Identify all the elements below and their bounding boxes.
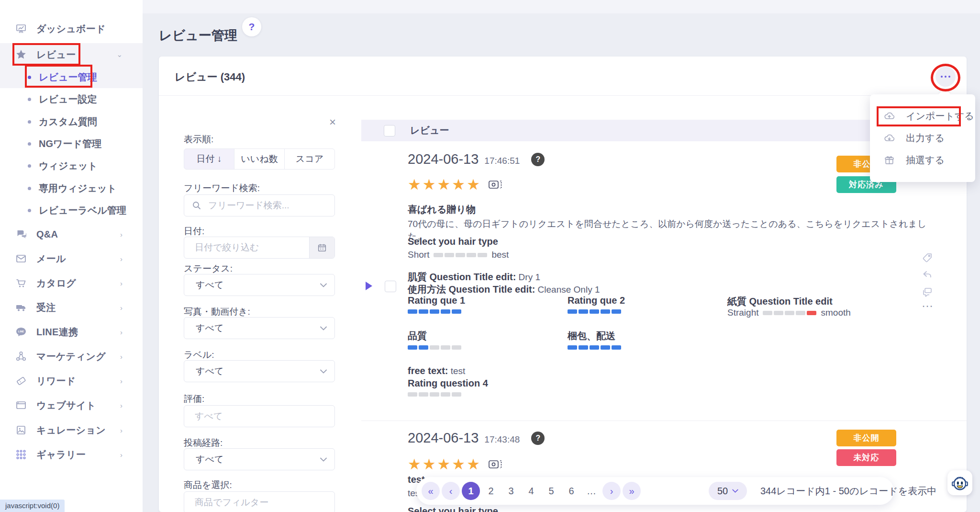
- pagination-page-4[interactable]: 4: [522, 482, 540, 500]
- sidebar-item-review[interactable]: レビュー ⌄: [0, 43, 143, 66]
- sidebar-item-gallery[interactable]: ギャラリー ›: [0, 443, 143, 466]
- filter-close-icon[interactable]: ×: [327, 117, 338, 127]
- sidebar-item-qa[interactable]: Q&A ›: [0, 223, 143, 246]
- review-divider: [361, 421, 967, 421]
- label-select[interactable]: すべて: [184, 360, 335, 382]
- pagination-page-5[interactable]: 5: [542, 482, 560, 500]
- sidebar-item-curation[interactable]: キュレーション ›: [0, 419, 143, 442]
- sidebar-item-line[interactable]: LINE LINE連携 ›: [0, 320, 143, 343]
- pagination-ellipsis: …: [582, 482, 601, 500]
- sidebar-subitem-label: レビュー管理: [39, 71, 97, 84]
- pagination-page-2[interactable]: 2: [482, 482, 500, 500]
- channel-label: 投稿経路:: [184, 437, 223, 449]
- rating-segments: [408, 392, 461, 397]
- menu-item-lottery[interactable]: 抽選する: [870, 149, 975, 171]
- reply-icon[interactable]: [922, 269, 933, 281]
- chat-support-button[interactable]: [947, 470, 972, 495]
- pagination-page-6[interactable]: 6: [562, 482, 580, 500]
- date-label: 日付:: [184, 225, 204, 238]
- rating-segments: [568, 345, 621, 350]
- chevron-right-icon: ›: [120, 377, 122, 385]
- pagination-page-1[interactable]: 1: [462, 482, 480, 500]
- sidebar-subitem-widget[interactable]: ウィジェット: [0, 155, 143, 177]
- sidebar-item-catalog[interactable]: カタログ ›: [0, 272, 143, 295]
- media-select[interactable]: すべて: [184, 317, 335, 339]
- share-network-icon: [14, 351, 27, 362]
- chevron-right-icon: ›: [120, 401, 122, 410]
- image-icon: [14, 424, 27, 436]
- scale-left-label: Short: [408, 250, 429, 260]
- tag-icon[interactable]: [922, 252, 933, 263]
- bullet-icon: [28, 76, 31, 79]
- sidebar-item-dashboard[interactable]: ダッシュボード: [0, 17, 143, 40]
- review-time: 17:43:48: [484, 434, 520, 445]
- sidebar-subitem-review-labels[interactable]: レビューラベル管理: [0, 199, 143, 221]
- pagination-page-3[interactable]: 3: [502, 482, 520, 500]
- robot-icon: [949, 472, 970, 493]
- pagination-prev-button[interactable]: ‹: [442, 482, 460, 500]
- sidebar-item-marketing[interactable]: マーケティング ›: [0, 345, 143, 368]
- sidebar-item-website[interactable]: ウェブサイト ›: [0, 394, 143, 417]
- question-skin: 肌質 Question Title edit: Dry 1: [408, 271, 540, 284]
- pagination-summary: 344レコード内1 - 50のレコードを表示中: [760, 485, 936, 498]
- hair-type-answer: Short best: [408, 250, 509, 260]
- date-filter-input[interactable]: [184, 242, 309, 253]
- rating-question-2-label: Rating que 2: [568, 295, 625, 306]
- page-help-button[interactable]: ?: [242, 17, 261, 36]
- sort-option-likes[interactable]: いいね数: [234, 148, 285, 170]
- sidebar-item-label: 受注: [36, 301, 56, 314]
- menu-item-import[interactable]: インポートする: [870, 105, 975, 127]
- question-usage: 使用方法 Question Title edit: Cleanse Only 1: [408, 283, 600, 296]
- sidebar-subitem-review-management[interactable]: レビュー管理: [0, 66, 143, 88]
- comments-icon[interactable]: [922, 286, 933, 298]
- cloud-download-icon: [883, 132, 895, 144]
- sort-option-score[interactable]: スコア: [284, 148, 335, 170]
- product-filter-input[interactable]: [184, 497, 334, 508]
- top-strip: [143, 0, 980, 13]
- sidebar-item-mail[interactable]: メール ›: [0, 247, 143, 270]
- sidebar-item-label: ウェブサイト: [36, 399, 96, 412]
- expand-review-triangle[interactable]: [366, 282, 372, 290]
- review-help-icon[interactable]: ?: [531, 153, 545, 166]
- review-date: 2024-06-13: [408, 430, 479, 446]
- review-help-icon[interactable]: ?: [531, 432, 545, 445]
- rating-filter-box: [184, 405, 335, 427]
- chevron-down-icon: [732, 489, 738, 493]
- chevron-down-icon: [320, 326, 327, 330]
- sort-option-date[interactable]: 日付 ↓: [184, 148, 234, 170]
- keyword-search-input[interactable]: [207, 200, 334, 211]
- star-rating: ★★★★★: [408, 177, 481, 192]
- calendar-button[interactable]: [309, 237, 334, 258]
- scale-left-label: Straight: [727, 307, 758, 318]
- rating-filter-input[interactable]: [184, 410, 334, 422]
- sidebar-item-label: LINE連携: [36, 326, 78, 339]
- status-select[interactable]: すべて: [184, 274, 335, 296]
- rating-question-1-label: Rating que 1: [408, 295, 465, 306]
- sidebar-item-reward[interactable]: リワード ›: [0, 369, 143, 392]
- pagination-next-button[interactable]: ›: [602, 482, 621, 500]
- sidebar-subitem-dedicated-widget[interactable]: 専用ウィジェット: [0, 177, 143, 199]
- sidebar-item-label: カタログ: [36, 277, 76, 290]
- question-hair-type: Select you hair type: [408, 236, 498, 247]
- channel-select[interactable]: すべて: [184, 448, 335, 470]
- chevron-right-icon: ›: [120, 426, 122, 434]
- dashboard-icon: [14, 23, 27, 34]
- chevron-down-icon: ⌄: [116, 50, 122, 59]
- sidebar-subitem-review-settings[interactable]: レビュー設定: [0, 88, 143, 110]
- sidebar-subitem-custom-questions[interactable]: カスタム質問: [0, 111, 143, 133]
- row-more-icon[interactable]: ···: [922, 300, 933, 311]
- pagination-last-button[interactable]: »: [623, 482, 641, 500]
- sidebar-item-orders[interactable]: 受注 ›: [0, 296, 143, 319]
- pagination-first-button[interactable]: «: [422, 482, 440, 500]
- menu-item-export[interactable]: 出力する: [870, 127, 975, 149]
- review-checkbox[interactable]: [385, 281, 396, 292]
- search-icon: [192, 201, 201, 210]
- sidebar-subitem-ng-words[interactable]: NGワード管理: [0, 133, 143, 155]
- label-select-value: すべて: [184, 365, 223, 377]
- more-actions-button[interactable]: [935, 67, 956, 87]
- sidebar-item-label: レビュー: [36, 48, 76, 61]
- page-size-select[interactable]: 50: [709, 482, 747, 500]
- status-label: ステータス:: [184, 262, 233, 275]
- chevron-right-icon: ›: [120, 451, 122, 459]
- select-all-checkbox[interactable]: [384, 125, 395, 137]
